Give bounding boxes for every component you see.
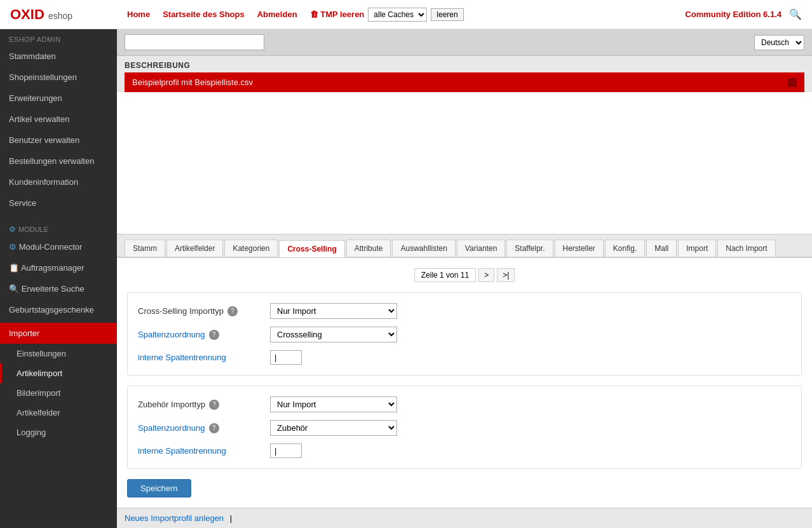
sidebar-item-kundeninformation[interactable]: Kundeninformation [0, 172, 117, 193]
sidebar-item-benutzer-verwalten[interactable]: Benutzer verwalten [0, 130, 117, 151]
sidebar-item-erweiterte-suche[interactable]: 🔍 Erweiterte Suche [0, 278, 117, 299]
zubehoer-interne-label: interne Spaltentrennung [138, 446, 265, 456]
tab-varianten[interactable]: Varianten [457, 240, 505, 257]
sidebar-item-importer[interactable]: Importer [0, 323, 117, 344]
tabs-row: Stamm Artikelfelder Kategorien Cross-Sel… [117, 234, 812, 257]
beschreibung-bar: Beispielprofil mit Beispielliste.csv [125, 72, 804, 92]
cross-selling-spaltenzuordnung-label: Spaltenzuordnung ? [138, 330, 265, 340]
home-link[interactable]: Home [127, 10, 150, 19]
tab-attribute[interactable]: Attribute [346, 240, 391, 257]
content-area: Deutsch BESCHREIBUNG Beispielprofil mit … [117, 29, 812, 528]
sidebar-item-artikelfelder[interactable]: Artikelfelder [0, 403, 117, 423]
bottom-bar: Neues Importprofil anlegen | [117, 508, 812, 528]
cross-selling-importtyp-label: Cross-Selling Importtyp ? [138, 306, 265, 316]
sidebar-item-artikel-verwalten[interactable]: Artikel verwalten [0, 109, 117, 130]
tab-import[interactable]: Import [678, 240, 716, 257]
module-section: ⚙ MODULE ⚙ Modul-Connector 📋 Auftragsman… [0, 219, 117, 320]
tab-stamm[interactable]: Stamm [125, 240, 165, 257]
sidebar-item-auftragsmanager[interactable]: 📋 Auftragsmanager [0, 257, 117, 278]
tab-konfig[interactable]: Konfig. [605, 240, 645, 257]
sidebar-item-erweiterungen[interactable]: Erweiterungen [0, 88, 117, 109]
cross-selling-interne-row: interne Spaltentrennung [138, 350, 791, 365]
beschreibung-label: BESCHREIBUNG [125, 61, 804, 70]
tab-hersteller[interactable]: Hersteller [555, 240, 604, 257]
sidebar-item-logging[interactable]: Logging [0, 423, 117, 442]
tmp-area: 🗑 TMP leeren alle Caches leeren [310, 8, 464, 22]
zubehoer-importtyp-label: Zubehör Importtyp ? [138, 400, 265, 410]
cross-selling-importtyp-help-icon[interactable]: ? [227, 306, 238, 316]
cross-selling-spaltenzuordnung-row: Spaltenzuordnung ? Crossselling [138, 327, 791, 342]
sidebar-item-shopeinstellungen[interactable]: Shopeinstellungen [0, 67, 117, 88]
logo: OXID eshop [10, 6, 127, 23]
sidebar-item-geburtstagsgeschenke[interactable]: Geburtstagsgeschenke [0, 299, 117, 320]
edition-text: Community Edition 6.1.4 [685, 10, 782, 19]
zubehoer-spaltenzuordnung-label: Spaltenzuordnung ? [138, 423, 265, 433]
sidebar-item-bestellungen-verwalten[interactable]: Bestellungen verwalten [0, 151, 117, 172]
cache-select[interactable]: alle Caches [368, 8, 427, 22]
tab-auswahllisten[interactable]: Auswahllisten [392, 240, 455, 257]
cross-selling-interne-input[interactable] [270, 350, 302, 365]
zubehoer-spaltenzuordnung-row: Spaltenzuordnung ? Zubehör [138, 420, 791, 436]
clipboard-icon: 📋 [9, 263, 21, 273]
cross-selling-spaltenzuordnung-select[interactable]: Crossselling [270, 327, 397, 342]
main-content: Zeile 1 von 11 > >| Cross-Selling Import… [117, 257, 812, 508]
save-button[interactable]: Speichern [127, 479, 191, 498]
importer-section: Importer Einstellungen Artikelimport Bil… [0, 323, 117, 442]
cross-selling-interne-label: interne Spaltentrennung [138, 353, 265, 362]
zubehoer-spaltenzuordnung-help-icon[interactable]: ? [209, 423, 219, 433]
cross-selling-spaltenzuordnung-help-icon[interactable]: ? [209, 330, 219, 340]
zubehoer-importtyp-help-icon[interactable]: ? [209, 400, 219, 410]
top-navigation: OXID eshop Home Startseite des Shops Abm… [0, 0, 812, 29]
module-icon: ⚙ [9, 225, 16, 234]
tab-nach-import[interactable]: Nach Import [717, 240, 775, 257]
pagination-last-button[interactable]: >| [497, 268, 515, 282]
zubehoer-importtyp-select[interactable]: Nur Import [270, 396, 397, 412]
tab-mall[interactable]: Mall [646, 240, 677, 257]
tab-artikelfelder[interactable]: Artikelfelder [166, 240, 223, 257]
sidebar-item-artikelimport[interactable]: Artikelimport [0, 363, 117, 383]
nav-links: Home Startseite des Shops Abmelden 🗑 TMP… [127, 8, 685, 22]
content-search-input[interactable] [125, 34, 264, 50]
white-space [117, 92, 812, 234]
save-row: Speichern [127, 479, 802, 498]
cross-selling-section: Cross-Selling Importtyp ? Nur Import Spa… [127, 292, 802, 376]
content-top-bar: Deutsch [117, 29, 812, 56]
startseite-link[interactable]: Startseite des Shops [163, 10, 245, 19]
zubehoer-importtyp-row: Zubehör Importtyp ? Nur Import [138, 396, 791, 412]
tab-cross-selling[interactable]: Cross-Selling [279, 240, 344, 257]
sidebar-item-bilderimport[interactable]: Bilderimport [0, 383, 117, 403]
tmp-label: 🗑 TMP leeren [310, 10, 365, 19]
beschreibung-section: BESCHREIBUNG Beispielprofil mit Beispiel… [117, 56, 812, 92]
sidebar-item-service[interactable]: Service [0, 193, 117, 213]
abmelden-link[interactable]: Abmelden [257, 10, 297, 19]
pagination-next-button[interactable]: > [478, 268, 494, 282]
tab-kategorien[interactable]: Kategorien [224, 240, 278, 257]
cross-selling-importtyp-row: Cross-Selling Importtyp ? Nur Import [138, 303, 791, 319]
zubehoer-interne-row: interne Spaltentrennung [138, 443, 791, 458]
leeren-button[interactable]: leeren [431, 8, 463, 21]
bottom-separator: | [230, 513, 232, 523]
main-layout: ESHOP ADMIN Stammdaten Shopeinstellungen… [0, 29, 812, 528]
search-button[interactable]: 🔍 [789, 8, 802, 20]
new-import-profile-link[interactable]: Neues Importprofil anlegen [125, 513, 224, 523]
zubehoer-interne-input[interactable] [270, 443, 302, 458]
language-select[interactable]: Deutsch [754, 35, 804, 50]
module-section-title: ⚙ MODULE [0, 219, 117, 236]
beschreibung-value: Beispielprofil mit Beispielliste.csv [132, 78, 253, 87]
sidebar-section-admin: ESHOP ADMIN [0, 29, 117, 46]
zubehoer-section: Zubehör Importtyp ? Nur Import Spaltenzu… [127, 386, 802, 469]
zubehoer-spaltenzuordnung-select[interactable]: Zubehör [270, 420, 397, 436]
sidebar-item-einstellungen[interactable]: Einstellungen [0, 344, 117, 363]
sidebar-item-modul-connector[interactable]: ⚙ Modul-Connector [0, 236, 117, 257]
search-icon: 🔍 [9, 284, 22, 294]
pagination-row: Zeile 1 von 11 > >| [127, 268, 802, 282]
cross-selling-importtyp-select[interactable]: Nur Import [270, 303, 397, 319]
sidebar: ESHOP ADMIN Stammdaten Shopeinstellungen… [0, 29, 117, 528]
tab-staffelpr[interactable]: Staffelpr. [506, 240, 553, 257]
tabs-section: Stamm Artikelfelder Kategorien Cross-Sel… [117, 234, 812, 257]
sidebar-item-stammdaten[interactable]: Stammdaten [0, 46, 117, 67]
gear-icon: ⚙ [9, 242, 19, 252]
pagination-text: Zeile 1 von 11 [414, 268, 476, 282]
beschreibung-dot [788, 78, 797, 87]
